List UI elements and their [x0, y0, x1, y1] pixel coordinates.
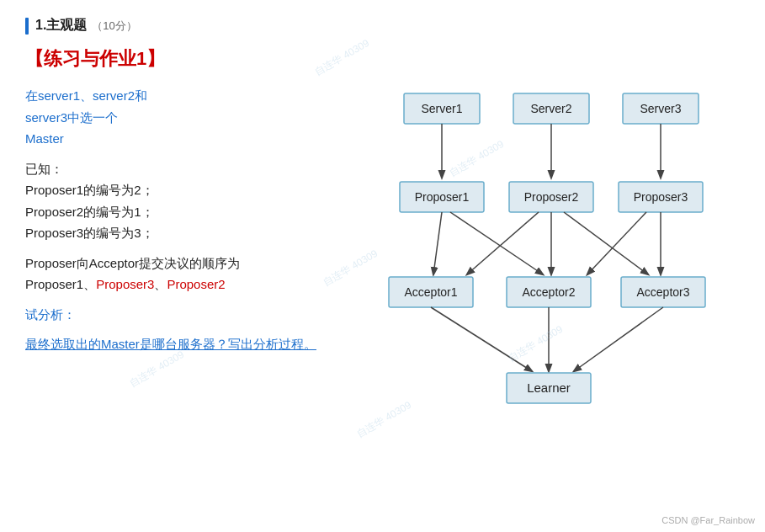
desc-line3: Master — [25, 131, 64, 146]
arrow-a1-learner — [431, 307, 532, 371]
csdn-label-text: CSDN @Far_Rainbow — [661, 515, 755, 525]
section-header: 1.主观题 （10分） — [25, 17, 740, 35]
known-item-2: Proposer3的编号为3； — [25, 226, 154, 240]
proposer2-label: Proposer2 — [524, 190, 579, 204]
known-label: 已知： — [25, 162, 63, 176]
number-text: 1. — [35, 18, 46, 32]
blue-bar-accent — [25, 18, 29, 35]
acceptor3-label: Acceptor3 — [636, 285, 689, 299]
server2-label: Server2 — [530, 102, 571, 115]
exercise-title: 【练习与作业1】 — [25, 46, 740, 72]
order-mid: 、 — [154, 277, 167, 291]
arrow-a3-learner — [574, 307, 663, 371]
learner-label: Learner — [527, 380, 571, 395]
description-paragraph: 在server1、server2和 server3中选一个 Master — [25, 85, 353, 150]
server1-label: Server1 — [421, 102, 462, 115]
analysis-paragraph: 试分析： — [25, 304, 353, 326]
acceptor2-label: Acceptor2 — [522, 285, 575, 299]
left-text-panel: 在server1、server2和 server3中选一个 Master 已知：… — [25, 85, 353, 523]
known-item-0: Proposer1的编号为2； — [25, 183, 154, 197]
order-red1: Proposer3 — [96, 277, 154, 291]
csdn-mark: CSDN @Far_Rainbow — [661, 515, 755, 525]
type-text: 主观题 — [46, 18, 87, 32]
proposer3-label: Proposer3 — [634, 190, 688, 204]
analysis-question-text: 最终选取出的Master是哪台服务器？写出分析过程。 — [25, 337, 316, 351]
known-item-1: Proposer2的编号为1； — [25, 205, 154, 219]
arrow-p2-a3 — [564, 212, 648, 274]
arrow-p3-a2 — [587, 212, 646, 274]
server3-label: Server3 — [640, 102, 681, 115]
desc-line1: 在server1、server2和 — [25, 88, 147, 103]
paxos-diagram: Server1 Server2 Server3 Prop — [353, 85, 749, 439]
exercise-title-text: 【练习与作业1】 — [25, 48, 165, 69]
arrow-p1-a1 — [433, 212, 442, 274]
known-paragraph: 已知： Proposer1的编号为2； Proposer2的编号为1； Prop… — [25, 158, 353, 244]
proposer1-label: Proposer1 — [415, 190, 470, 204]
analysis-label: 试分析： — [25, 307, 76, 322]
content-area: 在server1、server2和 server3中选一个 Master 已知：… — [25, 85, 740, 523]
section-number: 1.主观题 — [35, 17, 87, 35]
page-container: 1.主观题 （10分） 【练习与作业1】 在server1、server2和 s… — [0, 0, 765, 532]
order-paragraph: Proposer向Acceptor提交决议的顺序为 Proposer1、Prop… — [25, 253, 353, 295]
desc-line2: server3中选一个 — [25, 110, 118, 125]
acceptor1-label: Acceptor1 — [404, 285, 457, 299]
order-line1: Proposer向Acceptor提交决议的顺序为 — [25, 256, 240, 270]
score-label: （10分） — [92, 19, 136, 34]
analysis-question: 最终选取出的Master是哪台服务器？写出分析过程。 — [25, 333, 353, 355]
diagram-area: Server1 Server2 Server3 Prop — [353, 85, 740, 523]
order-red2: Proposer2 — [167, 277, 225, 291]
arrow-p1-a2 — [450, 212, 543, 274]
order-prefix: Proposer1、 — [25, 277, 96, 291]
